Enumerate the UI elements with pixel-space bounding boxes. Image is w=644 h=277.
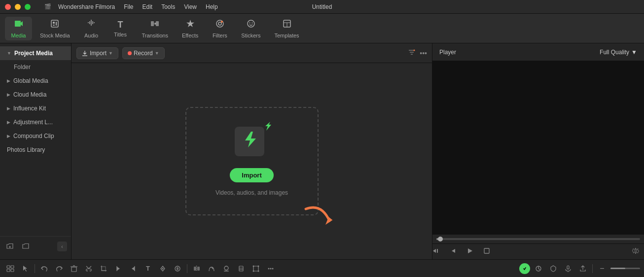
delete-button[interactable] bbox=[68, 262, 80, 275]
zoom-out-btn[interactable]: − bbox=[596, 262, 608, 275]
toolbar-titles[interactable]: T Titles bbox=[107, 18, 134, 39]
cut-button[interactable] bbox=[82, 262, 95, 275]
sidebar-item-folder[interactable]: Folder bbox=[0, 60, 71, 74]
svg-point-30 bbox=[635, 250, 637, 252]
arrow-icon: ▼ bbox=[7, 51, 11, 56]
svg-rect-0 bbox=[15, 21, 21, 27]
keyframe-button[interactable] bbox=[156, 262, 169, 275]
select-tool-button[interactable] bbox=[19, 262, 32, 275]
svg-point-55 bbox=[253, 265, 254, 267]
svg-rect-31 bbox=[7, 266, 10, 268]
export-btn[interactable] bbox=[576, 262, 589, 275]
transform-button[interactable] bbox=[250, 262, 262, 275]
drop-zone[interactable]: Import Videos, audios, and images bbox=[185, 107, 319, 215]
settings-button[interactable] bbox=[632, 247, 639, 256]
toolbar-titles-label: Titles bbox=[114, 32, 127, 37]
color-button[interactable] bbox=[220, 262, 233, 275]
undo-button[interactable] bbox=[38, 262, 51, 275]
svg-rect-29 bbox=[484, 248, 489, 253]
sidebar-item-compound-label: Compound Clip bbox=[13, 133, 54, 139]
mark-out-button[interactable] bbox=[127, 262, 140, 275]
preview-header: Player Full Quality ▼ bbox=[432, 43, 644, 61]
divider-3 bbox=[592, 264, 593, 273]
progress-container[interactable] bbox=[436, 238, 640, 240]
toolbar-audio[interactable]: Audio bbox=[78, 17, 105, 40]
sidebar-item-influence-kit[interactable]: ▶ Influence Kit bbox=[0, 102, 71, 115]
menu-tools[interactable]: Tools bbox=[157, 2, 179, 11]
menu-view[interactable]: View bbox=[180, 2, 201, 11]
filter-icon[interactable] bbox=[408, 48, 416, 58]
audio-btn[interactable] bbox=[171, 262, 184, 275]
more-options-icon[interactable]: ••• bbox=[420, 49, 427, 57]
shield-btn[interactable] bbox=[547, 262, 560, 275]
sidebar-item-global-label: Global Media bbox=[13, 77, 48, 84]
arrow-icon: ▶ bbox=[7, 120, 10, 125]
toolbar-transitions[interactable]: Transitions bbox=[136, 17, 174, 40]
speed-button[interactable] bbox=[205, 262, 218, 275]
fullscreen-button[interactable] bbox=[483, 247, 491, 256]
import-media-button[interactable]: Import bbox=[230, 168, 273, 182]
mark-in-button[interactable] bbox=[112, 262, 125, 275]
play-back-button[interactable] bbox=[449, 247, 457, 256]
progress-handle[interactable] bbox=[438, 237, 443, 242]
split-button[interactable] bbox=[190, 262, 203, 275]
record-button-toolbar[interactable]: Record ▼ bbox=[122, 47, 165, 59]
redo-button[interactable] bbox=[53, 262, 66, 275]
toolbar-effects[interactable]: Effects bbox=[176, 17, 204, 40]
step-back-button[interactable] bbox=[432, 247, 440, 256]
preview-controls-right bbox=[632, 247, 644, 256]
menu-file[interactable]: File bbox=[120, 2, 137, 11]
svg-rect-33 bbox=[7, 269, 10, 272]
svg-point-58 bbox=[258, 270, 259, 272]
templates-icon bbox=[282, 19, 292, 31]
sidebar-item-compound-clip[interactable]: ▶ Compound Clip bbox=[0, 129, 71, 143]
sidebar-item-project-media-label: Project Media bbox=[14, 50, 53, 57]
mic-btn[interactable] bbox=[562, 262, 574, 275]
close-button[interactable] bbox=[5, 4, 11, 10]
svg-rect-1 bbox=[51, 20, 58, 27]
ai-button[interactable] bbox=[519, 263, 530, 274]
quality-chevron-icon: ▼ bbox=[631, 49, 637, 56]
right-bottom-tools: − bbox=[519, 262, 640, 275]
more-tools-button[interactable] bbox=[264, 262, 277, 275]
media-panel-toolbar: Import ▼ Record ▼ ••• bbox=[72, 43, 432, 63]
zoom-slider[interactable] bbox=[610, 268, 640, 269]
menu-help[interactable]: Help bbox=[202, 2, 222, 11]
svg-point-11 bbox=[248, 20, 254, 27]
toolbar-templates[interactable]: Templates bbox=[268, 17, 305, 40]
freeze-frame-button[interactable] bbox=[235, 262, 248, 275]
toggle-view-button[interactable] bbox=[4, 262, 17, 275]
minimize-button[interactable] bbox=[15, 4, 21, 10]
quality-selector[interactable]: Full Quality ▼ bbox=[600, 49, 637, 56]
toolbar-media[interactable]: Media bbox=[5, 17, 32, 40]
sidebar-item-global-media[interactable]: ▶ Global Media bbox=[0, 74, 71, 88]
import-to-folder-button[interactable] bbox=[20, 241, 32, 252]
sidebar-item-cloud-media[interactable]: ▶ Cloud Media bbox=[0, 88, 71, 102]
toolbar-stock-label: Stock Media bbox=[40, 33, 70, 38]
text-button[interactable]: T bbox=[142, 262, 154, 275]
toolbar-stock-media[interactable]: Stock Media bbox=[34, 17, 76, 40]
menu-edit[interactable]: Edit bbox=[139, 2, 157, 11]
sidebar-item-photos-library[interactable]: Photos Library bbox=[0, 143, 71, 157]
app-name-label: Wondershare Filmora bbox=[54, 2, 119, 11]
filmora-body-icon bbox=[235, 127, 264, 156]
sidebar-collapse-button[interactable]: ‹ bbox=[57, 242, 67, 251]
maximize-button[interactable] bbox=[25, 4, 31, 10]
preview-progress-bar[interactable] bbox=[432, 235, 644, 243]
arrow-icon: ▶ bbox=[7, 92, 10, 97]
arrow-icon: ▶ bbox=[7, 106, 10, 111]
svg-marker-25 bbox=[433, 249, 436, 253]
sidebar-item-adjustment[interactable]: ▶ Adjustment L... bbox=[0, 115, 71, 129]
crop-button[interactable] bbox=[97, 262, 110, 275]
effect-btn[interactable] bbox=[532, 262, 545, 275]
toolbar-filters[interactable]: Filters bbox=[206, 17, 233, 40]
new-folder-button[interactable] bbox=[4, 241, 16, 252]
filters-icon bbox=[215, 19, 225, 31]
toolbar-stickers[interactable]: Stickers bbox=[235, 17, 266, 40]
filmora-icon bbox=[235, 127, 269, 161]
import-button-toolbar[interactable]: Import ▼ bbox=[76, 47, 118, 59]
play-button[interactable] bbox=[466, 247, 474, 256]
sidebar-item-project-media[interactable]: ▼ Project Media bbox=[0, 46, 71, 60]
svg-point-10 bbox=[221, 21, 223, 23]
import-label: Import bbox=[90, 50, 107, 57]
